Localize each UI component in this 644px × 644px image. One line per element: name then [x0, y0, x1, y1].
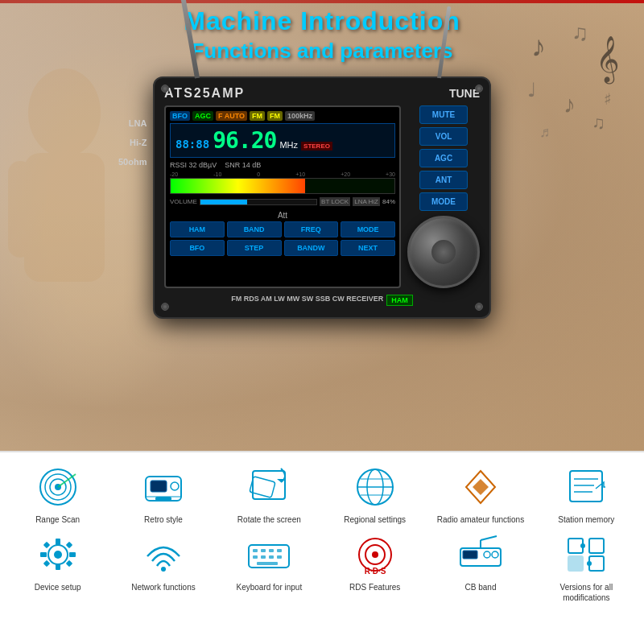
bottom-section: Range Scan Retro style: [0, 451, 644, 644]
svg-rect-42: [65, 541, 72, 547]
lcd-frequency: 96.20: [213, 127, 276, 154]
svg-rect-20: [155, 497, 171, 501]
feature-regional: Regional settings: [324, 462, 426, 525]
svg-point-62: [484, 551, 490, 558]
radio-device: LNA Hi-Z 50ohm ATS25AMP TUNE BFO AGC F A…: [153, 76, 491, 319]
att-label: Att: [170, 209, 395, 221]
svg-rect-51: [253, 555, 258, 559]
device-setup-icon: [26, 530, 90, 578]
screw-bl: [161, 303, 169, 311]
svg-rect-37: [56, 539, 60, 545]
right-buttons: MUTE VOL AGC ANT MODE: [419, 105, 468, 211]
lcd-screen: BFO AGC F AUTO FM FM 100kHz 88:88 96.20 …: [164, 105, 401, 288]
svg-point-45: [161, 567, 166, 572]
rds-label: RDS Features: [349, 582, 400, 592]
svg-line-65: [481, 536, 497, 540]
svg-text:♯: ♯: [604, 90, 612, 108]
ham-badge: HAM: [386, 295, 413, 306]
tuning-knob-container: [407, 216, 480, 288]
tuning-knob[interactable]: [407, 216, 480, 288]
btn-bandw[interactable]: BANDW: [284, 240, 339, 256]
volume-label: VOLUME: [170, 198, 197, 205]
lcd-button-grid: HAM BAND FREQ MODE BFO STEP BANDW NEXT: [170, 221, 395, 256]
top-section: ♪ ♫ 𝄞 ♩ ♪ ♫ ♬ ♯ Machine Introduction Fun…: [0, 0, 644, 451]
btn-mute[interactable]: MUTE: [419, 105, 468, 124]
lcd-volume-row: VOLUME BT LOCK LNA HiZ 84%: [170, 197, 395, 206]
right-panel: MUTE VOL AGC ANT MODE: [407, 105, 480, 288]
btn-mode[interactable]: MODE: [341, 221, 395, 237]
svg-text:♩: ♩: [527, 79, 536, 101]
screw-tl: [161, 85, 169, 93]
svg-rect-47: [253, 549, 258, 552]
rotate-screen-label: Rotate the screen: [237, 514, 301, 525]
memory-label: Station memory: [558, 514, 614, 525]
svg-rect-50: [277, 549, 282, 552]
btn-step[interactable]: STEP: [227, 240, 282, 256]
svg-point-18: [171, 482, 179, 490]
bottom-text: FM RDS AM LW MW SW SSB CW RECEIVER: [231, 295, 383, 306]
svg-rect-41: [43, 541, 49, 547]
svg-rect-53: [269, 555, 274, 559]
feature-network: Network functions: [112, 530, 214, 603]
page-title: Machine Introduction: [0, 6, 644, 36]
features-grid: Range Scan Retro style: [6, 462, 638, 603]
range-scan-label: Range Scan: [35, 514, 80, 525]
svg-rect-21: [253, 471, 285, 499]
tag-100khz[interactable]: 100kHz: [285, 111, 315, 121]
signal-fill: [171, 179, 305, 193]
svg-text:♫: ♫: [592, 113, 605, 133]
tag-fauto[interactable]: F AUTO: [216, 111, 247, 121]
lcd-freq-display: 88:88 96.20 MHz STEREO: [170, 123, 395, 158]
feature-versions: Versions for all modifications: [535, 530, 638, 603]
lna-hiz-tag: LNA HiZ: [353, 197, 380, 206]
lcd-rssi-row: RSSI 32 dBµV SNR 14 dB: [170, 161, 395, 169]
btn-ant[interactable]: ANT: [419, 171, 468, 189]
tag-bfo[interactable]: BFO: [170, 111, 190, 121]
svg-point-63: [492, 551, 498, 558]
svg-text:R·D·S: R·D·S: [364, 567, 386, 576]
tag-agc[interactable]: AGC: [192, 111, 213, 121]
feature-retro-style: Retro style: [112, 462, 214, 525]
snr-label: SNR 14 dB: [225, 161, 261, 169]
keyboard-icon: [237, 530, 301, 578]
btn-band[interactable]: BAND: [227, 221, 282, 237]
svg-rect-39: [40, 552, 47, 557]
btn-mode-r[interactable]: MODE: [419, 192, 468, 211]
device-setup-label: Device setup: [35, 582, 81, 592]
lcd-unit: MHz: [279, 140, 298, 150]
feature-cb: CB band: [429, 530, 531, 603]
btn-vol[interactable]: VOL: [419, 127, 468, 146]
volume-bar: [200, 199, 317, 205]
svg-point-70: [580, 543, 585, 548]
feature-range-scan: Range Scan: [6, 462, 109, 525]
feature-keyboard: Keyboard for input: [218, 530, 320, 603]
tag-fm1[interactable]: FM: [250, 111, 265, 121]
svg-point-71: [587, 561, 592, 566]
side-labels: LNA Hi-Z 50ohm: [118, 118, 147, 167]
device-title-bar: ATS25AMP TUNE: [164, 86, 480, 101]
network-label: Network functions: [131, 582, 195, 592]
feature-device-setup: Device setup: [6, 530, 109, 603]
lcd-stereo: STEREO: [301, 142, 332, 151]
btn-freq[interactable]: FREQ: [284, 221, 339, 237]
svg-point-0: [28, 68, 101, 157]
screw-br: [475, 303, 483, 311]
btn-next[interactable]: NEXT: [341, 240, 395, 256]
svg-rect-3: [80, 161, 105, 258]
btn-agc[interactable]: AGC: [419, 149, 468, 167]
btn-ham[interactable]: HAM: [170, 221, 225, 237]
btn-bfo[interactable]: BFO: [170, 240, 225, 256]
tag-fm2[interactable]: FM: [267, 111, 283, 121]
svg-rect-38: [56, 564, 60, 570]
svg-rect-44: [65, 559, 72, 566]
svg-rect-55: [257, 562, 278, 565]
svg-rect-61: [463, 551, 477, 559]
keyboard-label: Keyboard for input: [236, 582, 302, 592]
memory-icon: [554, 462, 618, 510]
svg-marker-30: [473, 479, 489, 495]
retro-style-label: Retro style: [144, 514, 183, 525]
feature-memory: Station memory: [535, 462, 638, 525]
svg-text:♬: ♬: [539, 124, 551, 140]
svg-text:♪: ♪: [564, 91, 576, 118]
svg-point-36: [54, 551, 62, 559]
